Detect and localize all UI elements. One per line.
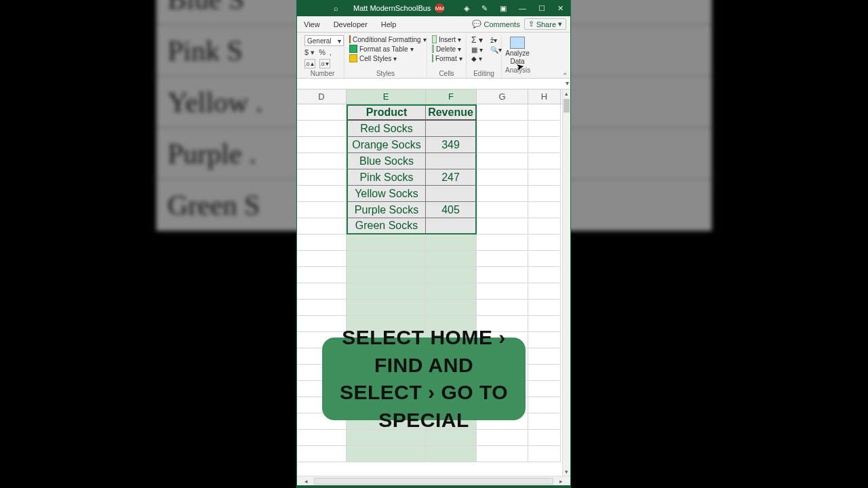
autosum-button[interactable]: Σ ▾ ẑ▾ <box>470 35 498 45</box>
fill-button[interactable]: ▦ ▾ 🔍▾ <box>470 46 498 54</box>
table-cell[interactable] <box>426 186 477 202</box>
window-mode-icon[interactable]: ▣ <box>500 4 507 13</box>
share-button[interactable]: ⇪ Share ▾ <box>524 18 566 30</box>
table-cell[interactable]: Red Socks <box>347 121 426 137</box>
analyze-data-button[interactable]: Analyze Data <box>505 35 530 65</box>
formula-bar[interactable]: ▾ <box>297 79 570 89</box>
delete-button[interactable]: Delete ▾ <box>431 45 462 53</box>
header-product[interactable]: Product <box>347 104 426 121</box>
scroll-up-icon[interactable]: ▴ <box>563 89 570 98</box>
header-revenue[interactable]: Revenue <box>426 104 477 121</box>
status-bar <box>297 485 570 488</box>
data-table[interactable]: Product Revenue Red Socks Orange Socks34… <box>347 104 477 235</box>
table-cell[interactable]: Blue Socks <box>347 153 426 169</box>
menu-help[interactable]: Help <box>374 20 403 28</box>
instruction-callout: SELECT HOME › FIND AND SELECT › GO TO SP… <box>322 338 526 420</box>
diamond-icon[interactable]: ◈ <box>464 4 469 13</box>
instruction-text: SELECT HOME › FIND AND SELECT › GO TO SP… <box>336 324 512 434</box>
number-format-row[interactable]: $ ▾%, <box>304 48 340 57</box>
minimize-button[interactable]: ― <box>519 4 526 13</box>
group-editing-label: Editing <box>470 68 498 78</box>
vertical-scrollbar[interactable]: ▴ ▾ <box>562 89 570 476</box>
comments-button[interactable]: 💬 Comments <box>472 18 519 30</box>
pen-icon[interactable]: ✎ <box>481 4 488 13</box>
format-button[interactable]: Format ▾ <box>431 54 462 62</box>
table-cell[interactable] <box>426 121 477 137</box>
table-cell[interactable]: Purple Socks <box>347 202 426 218</box>
close-button[interactable]: ✕ <box>557 4 564 13</box>
group-cells-label: Cells <box>431 68 462 78</box>
menu-developer[interactable]: Developer <box>327 20 374 28</box>
decrease-decimal[interactable]: .0▼ <box>319 59 330 68</box>
col-F[interactable]: F <box>426 89 477 104</box>
scroll-thumb[interactable] <box>564 99 570 113</box>
user-avatar[interactable]: MM <box>435 3 444 13</box>
scroll-down-icon[interactable]: ▾ <box>563 468 570 476</box>
ribbon: General▾ $ ▾%, .0▲.0▼ Number Conditional… <box>297 33 570 79</box>
format-as-table-button[interactable]: Format as Table ▾ <box>348 45 423 53</box>
group-styles-label: Styles <box>348 68 423 78</box>
col-D[interactable]: D <box>297 89 347 104</box>
scroll-left-icon[interactable]: ◂ <box>302 478 310 485</box>
col-G[interactable]: G <box>477 89 528 104</box>
group-analysis-label: Analysis <box>505 65 530 75</box>
table-cell[interactable] <box>426 218 477 235</box>
number-format-combo[interactable]: General▾ <box>304 35 344 46</box>
table-cell[interactable]: 247 <box>426 169 477 186</box>
col-H[interactable]: H <box>528 89 561 104</box>
table-cell[interactable]: 349 <box>426 137 477 153</box>
conditional-formatting-button[interactable]: Conditional Formatting ▾ <box>348 35 423 43</box>
table-cell[interactable]: Yellow Socks <box>347 186 426 202</box>
cell-styles-button[interactable]: Cell Styles ▾ <box>348 54 423 62</box>
table-cell[interactable] <box>426 153 477 169</box>
maximize-button[interactable]: ☐ <box>538 4 545 13</box>
search-icon[interactable]: ⌕ <box>334 4 338 12</box>
increase-decimal[interactable]: .0▲ <box>304 59 315 68</box>
menu-view[interactable]: View <box>297 20 327 28</box>
user-name: Matt ModernSchoolBus <box>353 4 431 12</box>
clear-button[interactable]: ◆ ▾ <box>470 55 498 62</box>
table-cell[interactable]: Pink Socks <box>347 169 426 186</box>
table-cell[interactable]: Green Socks <box>347 218 426 235</box>
title-bar: ⌕ Matt ModernSchoolBus MM ◈ ✎ ▣ ― ☐ ✕ <box>297 0 570 16</box>
table-cell[interactable]: Orange Socks <box>347 137 426 153</box>
scroll-right-icon[interactable]: ▸ <box>557 478 565 485</box>
table-cell[interactable]: 405 <box>426 202 477 218</box>
horizontal-scrollbar[interactable]: ◂ ▸ <box>297 476 570 485</box>
menu-bar: View Developer Help 💬 Comments ⇪ Share ▾ <box>297 16 570 33</box>
col-E[interactable]: E <box>347 89 426 104</box>
group-number-label: Number <box>304 68 340 78</box>
insert-button[interactable]: Insert ▾ <box>431 35 462 43</box>
column-headers[interactable]: D E F G H <box>297 89 570 104</box>
